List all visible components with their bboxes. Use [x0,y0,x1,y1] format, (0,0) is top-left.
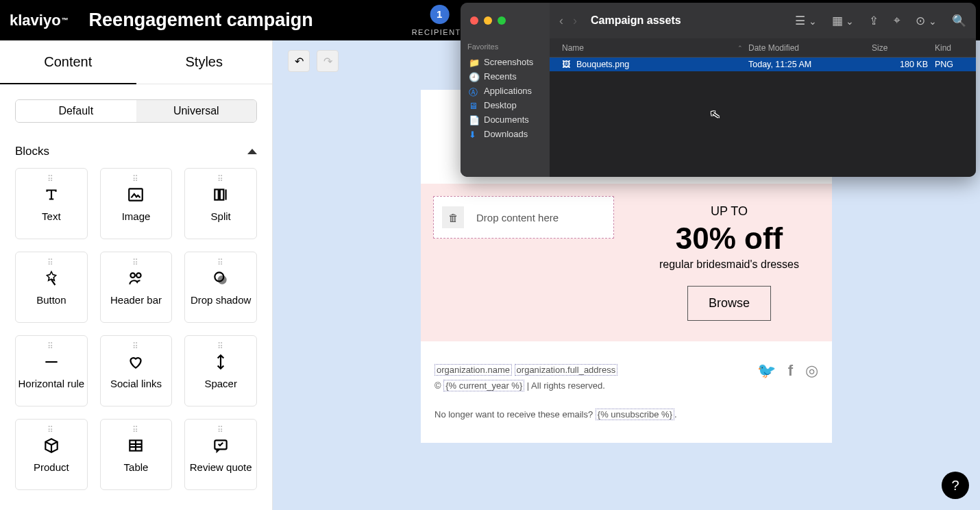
campaign-title: Reengagement campaign [89,10,313,31]
document-icon: 📄 [469,115,478,125]
block-spacer[interactable]: ⠿ Spacer [184,335,257,406]
image-icon [127,186,145,204]
sort-caret-icon: ⌃ [737,45,743,51]
finder-window[interactable]: ‹ › Campaign assets ☰ ⌄ ▦ ⌄ ⇪ ⌖ ⊙ ⌄ 🔍 Fa… [461,3,976,177]
twitter-icon[interactable]: 🐦 [757,362,776,380]
block-product[interactable]: ⠿ Product [15,419,88,490]
traffic-lights [461,3,550,38]
more-icon[interactable]: ⊙ ⌄ [916,14,937,28]
facebook-icon[interactable]: f [788,362,793,380]
sidebar-item-applications[interactable]: ⒶApplications [467,84,543,98]
email-footer: organization.name organization.full_addr… [421,341,832,443]
sidebar-item-downloads[interactable]: ⬇Downloads [467,127,543,141]
block-button[interactable]: ⠿ Button [15,252,88,323]
seg-default[interactable]: Default [16,100,136,122]
promo-discount: 30% off [636,221,822,256]
token-org-name[interactable]: organization.name [434,364,512,376]
block-split[interactable]: ⠿ Split [184,168,257,239]
seg-universal[interactable]: Universal [136,100,257,122]
promo-section: 🗑 Drop content here UP TO 30% off regula… [421,184,832,341]
svg-rect-2 [220,189,223,199]
favorites-label: Favorites [467,42,543,51]
column-size[interactable]: Size [872,43,935,53]
blocks-grid: ⠿ Text ⠿ Image ⠿ Split ⠿ Button ⠿ Header… [0,168,272,505]
block-image[interactable]: ⠿ Image [100,168,173,239]
column-name[interactable]: Name⌃ [550,43,748,53]
sidebar-item-documents[interactable]: 📄Documents [467,112,543,127]
share-icon[interactable]: ⇪ [869,14,879,28]
drag-handle-icon: ⠿ [217,341,225,351]
promo-upto: UP TO [636,204,822,219]
block-review-quote[interactable]: ⠿ Review quote [184,419,257,490]
drag-handle-icon: ⠿ [132,425,140,435]
block-table[interactable]: ⠿ Table [100,419,173,490]
minimize-window-icon[interactable] [484,16,492,25]
product-icon [42,437,60,454]
finder-title: Campaign assets [591,14,681,27]
folder-icon: 📁 [469,58,478,67]
token-year[interactable]: {% current_year %} [443,380,524,391]
block-text[interactable]: ⠿ Text [15,168,88,239]
block-hr[interactable]: ⠿ Horizontal rule [15,335,88,406]
sidebar-item-screenshots[interactable]: 📁Screenshots [467,55,543,69]
view-grid-icon[interactable]: ▦ ⌄ [832,14,855,28]
svg-point-7 [218,275,227,284]
tag-icon[interactable]: ⌖ [894,14,901,27]
finder-file-list: Name⌃ Date Modified Size Kind 🖼Bouquets.… [550,38,976,177]
view-list-icon[interactable]: ☰ ⌄ [795,14,817,28]
desktop-icon: 🖥 [469,101,478,110]
block-header-bar[interactable]: ⠿ Header bar [100,252,173,323]
tab-content[interactable]: Content [0,40,136,84]
finder-sidebar: Favorites 📁Screenshots 🕘Recents ⒶApplica… [461,38,550,177]
browse-button[interactable]: Browse [687,286,771,321]
sidebar-item-desktop[interactable]: 🖥Desktop [467,98,543,112]
split-icon [212,186,230,204]
instagram-icon[interactable]: ◎ [805,362,818,380]
table-icon [127,437,145,454]
heart-icon [127,353,145,371]
headerbar-icon [127,269,145,287]
hr-icon [42,353,60,371]
drag-handle-icon: ⠿ [132,341,140,351]
blocks-section-header[interactable]: Blocks [0,138,272,168]
undo-button[interactable]: ↶ [288,50,310,72]
step-1-badge: 1 [430,5,449,24]
quote-icon [212,437,230,454]
token-unsubscribe[interactable]: {% unsubscribe %} [596,409,674,420]
column-date[interactable]: Date Modified [748,43,872,53]
forward-icon[interactable]: › [573,14,577,28]
drag-handle-icon: ⠿ [132,174,140,184]
trash-icon[interactable]: 🗑 [442,206,464,228]
clock-icon: 🕘 [469,72,478,82]
tab-styles[interactable]: Styles [136,40,273,84]
drag-handle-icon: ⠿ [217,258,225,267]
file-row[interactable]: 🖼Bouquets.png Today, 11:25 AM 180 KB PNG [550,58,976,71]
step-recipients[interactable]: 1 RECIPIENTS [412,5,467,36]
redo-button: ↷ [317,50,339,72]
block-drop-shadow[interactable]: ⠿ Drop shadow [184,252,257,323]
drop-content-zone[interactable]: 🗑 Drop content here [433,196,614,239]
block-social[interactable]: ⠿ Social links [100,335,173,406]
sidebar-item-recents[interactable]: 🕘Recents [467,69,543,84]
drag-handle-icon: ⠿ [132,258,140,267]
column-kind[interactable]: Kind [935,43,976,53]
download-icon: ⬇ [469,130,478,139]
drag-handle-icon: ⠿ [47,425,55,435]
help-button[interactable]: ? [942,472,969,499]
search-icon[interactable]: 🔍 [952,14,966,28]
close-window-icon[interactable] [470,16,478,25]
token-org-address[interactable]: organization.full_address [515,364,618,376]
drag-handle-icon: ⠿ [47,174,55,184]
maximize-window-icon[interactable] [498,16,506,25]
svg-point-4 [131,273,136,278]
svg-rect-3 [225,189,227,199]
text-icon [42,186,60,204]
blocks-label: Blocks [15,145,49,158]
app-icon: Ⓐ [469,86,478,96]
drag-handle-icon: ⠿ [47,341,55,351]
file-icon: 🖼 [562,60,571,69]
spacer-icon [212,353,230,371]
chevron-up-icon [247,149,257,154]
svg-point-5 [137,273,142,278]
back-icon[interactable]: ‹ [559,14,563,28]
